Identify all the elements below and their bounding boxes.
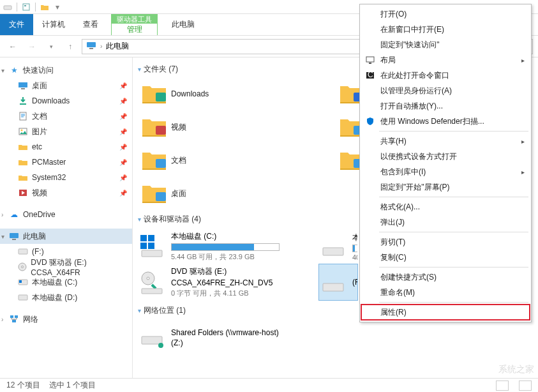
menu-item[interactable]: 布局▸	[361, 52, 530, 68]
menu-item[interactable]: 打开(O)	[361, 6, 530, 22]
chevron-down-icon: ▾	[138, 216, 141, 223]
tab-computer[interactable]: 计算机	[33, 14, 74, 35]
sidebar-item[interactable]: 文档📌	[0, 109, 132, 124]
tab-file[interactable]: 文件	[0, 14, 33, 35]
svg-rect-20	[10, 315, 13, 318]
svg-rect-32	[140, 243, 147, 249]
menu-item[interactable]: 以便携式设备方式打开	[361, 149, 530, 164]
drive-dvd[interactable]: DVD 驱动器 (E:) CCSA_X64FRE_ZH-CN_DV5 0 字节 …	[138, 264, 304, 300]
menu-item[interactable]: 使用 Windows Defender扫描...	[361, 114, 530, 129]
app-icon	[3, 2, 13, 12]
desktop-icon	[18, 80, 28, 91]
svg-rect-6	[21, 88, 25, 89]
sidebar-drive[interactable]: 本地磁盘 (D:)	[0, 290, 132, 305]
tab-view[interactable]: 查看	[74, 14, 107, 35]
svg-rect-19	[19, 295, 27, 300]
chevron-right-icon: ›	[1, 316, 3, 323]
drive-icon	[320, 234, 346, 259]
cloud-icon: ☁	[9, 209, 19, 220]
menu-item[interactable]: 创建快捷方式(S)	[361, 269, 530, 285]
sidebar-item[interactable]: etc📌	[0, 139, 132, 155]
menu-item[interactable]: 包含到库中(I)▸	[361, 164, 530, 179]
usage-bar	[352, 245, 357, 252]
menu-item[interactable]: 复制(C)	[361, 250, 530, 265]
svg-rect-13	[12, 239, 16, 240]
sidebar-item[interactable]: 图片📌	[0, 124, 132, 139]
sidebar-item-label: 图片	[32, 126, 47, 137]
sidebar-item[interactable]: 桌面📌	[0, 78, 132, 93]
sidebar-onedrive[interactable]: › ☁ OneDrive	[0, 207, 132, 222]
drive-icon	[320, 269, 346, 295]
tab-manage[interactable]: 管理	[112, 24, 157, 35]
qat-newfolder-icon[interactable]	[40, 2, 50, 12]
sidebar-item-label: Downloads	[32, 96, 70, 105]
menu-item[interactable]: 固定到"快速访问"	[361, 37, 530, 52]
svg-rect-42	[366, 57, 374, 62]
menu-item[interactable]: 以管理员身份运行(A)	[361, 83, 530, 98]
pin-icon: 📌	[119, 82, 127, 89]
menu-item-label: 布局	[380, 55, 396, 66]
sidebar-drive[interactable]: DVD 驱动器 (E:) CCSA_X64FR	[0, 259, 132, 275]
folder-icon	[18, 157, 28, 167]
menu-item-label: 弹出(J)	[380, 217, 405, 228]
forward-button[interactable]: →	[24, 39, 40, 54]
folder-item[interactable]: Downloads	[138, 79, 336, 109]
sidebar-drive[interactable]: 本地磁盘 (C:)	[0, 275, 132, 290]
menu-item-label: 重命名(M)	[380, 287, 415, 298]
sidebar-item[interactable]: PCMaster📌	[0, 155, 132, 170]
menu-item[interactable]: 固定到"开始"屏幕(P)	[361, 179, 530, 195]
svg-rect-1	[23, 4, 29, 10]
monitor-icon	[365, 55, 375, 65]
status-count: 12 个项目	[6, 380, 40, 391]
drive-free-text: 0 字节 可用，共 4.11 GB	[171, 289, 303, 298]
view-details-button[interactable]	[496, 381, 509, 391]
chevron-down-icon: ▾	[138, 307, 141, 314]
usage-bar	[171, 243, 280, 251]
sidebar-network[interactable]: › 网络	[0, 312, 132, 327]
sidebar-this-pc[interactable]: ▾ 此电脑	[0, 229, 132, 244]
svg-rect-40	[142, 336, 162, 344]
menu-item[interactable]: 重命名(M)	[361, 285, 530, 300]
contextual-tab-header: 驱动器工具	[112, 15, 157, 24]
network-location[interactable]: Shared Folders (\\vmware-host) (Z:)	[138, 320, 304, 356]
view-large-button[interactable]	[519, 381, 532, 391]
menu-separator	[379, 197, 528, 197]
menu-item[interactable]: 在新窗口中打开(E)	[361, 22, 530, 37]
menu-item[interactable]: 格式化(A)...	[361, 199, 530, 215]
group-label: 设备和驱动器 (4)	[144, 214, 201, 225]
drive-name-line2: CCSA_X64FRE_ZH-CN_DV5	[171, 278, 303, 287]
menu-item-label: 复制(C)	[380, 252, 407, 263]
sidebar-item[interactable]: 视频📌	[0, 185, 132, 200]
up-button[interactable]: ↑	[63, 39, 78, 54]
back-button[interactable]: ←	[5, 39, 20, 54]
menu-item-label: 创建快捷方式(S)	[380, 272, 437, 283]
folder-label: 桌面	[171, 188, 186, 199]
drive-f[interactable]: (F:)	[319, 264, 357, 300]
svg-rect-14	[19, 249, 27, 254]
sidebar-item[interactable]: System32📌	[0, 170, 132, 185]
sidebar-item-label: System32	[32, 173, 66, 182]
menu-item-label: 打开(O)	[380, 9, 407, 20]
menu-item-label: 剪切(T)	[380, 237, 405, 248]
menu-item[interactable]: 打开自动播放(Y)...	[361, 98, 530, 114]
folder-icon	[18, 142, 28, 152]
shield-icon	[365, 116, 375, 126]
qat-dropdown-icon[interactable]: ▾	[52, 2, 63, 12]
recent-dropdown[interactable]: ▾	[43, 39, 59, 54]
menu-item[interactable]: 剪切(T)	[361, 234, 530, 250]
sidebar-quick-access[interactable]: ▾ ★ 快速访问	[0, 63, 132, 78]
folder-item[interactable]: 桌面	[138, 178, 336, 209]
menu-item[interactable]: 弹出(J)	[361, 215, 530, 230]
folder-item[interactable]: 视频	[138, 112, 336, 142]
sidebar-item[interactable]: Downloads📌	[0, 93, 132, 109]
svg-rect-35	[323, 248, 343, 255]
qat-properties-icon[interactable]	[21, 2, 31, 12]
pin-icon: 📌	[119, 98, 127, 105]
drive-c[interactable]: 本地磁盘 (C:) 5.44 GB 可用，共 23.9 GB	[138, 229, 304, 264]
drive-d-truncated[interactable]: 本 404	[319, 229, 357, 264]
menu-item[interactable]: 属性(R)	[361, 305, 530, 320]
folder-item[interactable]: 文档	[138, 145, 336, 176]
menu-item[interactable]: C:\在此处打开命令窗口	[361, 68, 530, 83]
svg-rect-18	[19, 280, 22, 283]
menu-item[interactable]: 共享(H)▸	[361, 133, 530, 149]
